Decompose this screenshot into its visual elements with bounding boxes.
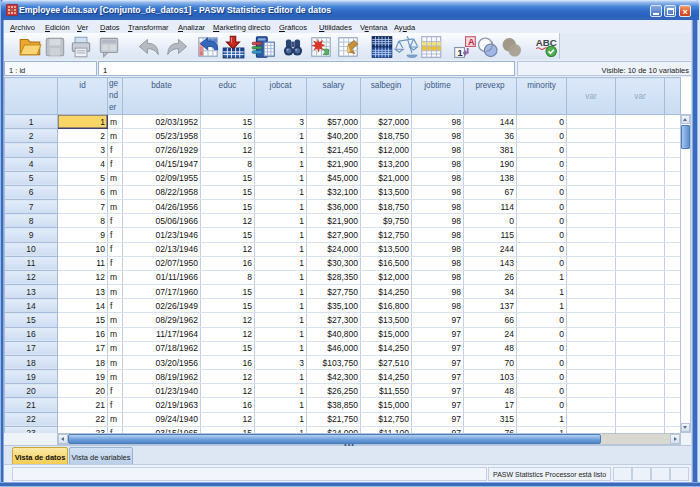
svg-text:A: A — [468, 37, 475, 47]
svg-text:1: 1 — [457, 48, 462, 58]
